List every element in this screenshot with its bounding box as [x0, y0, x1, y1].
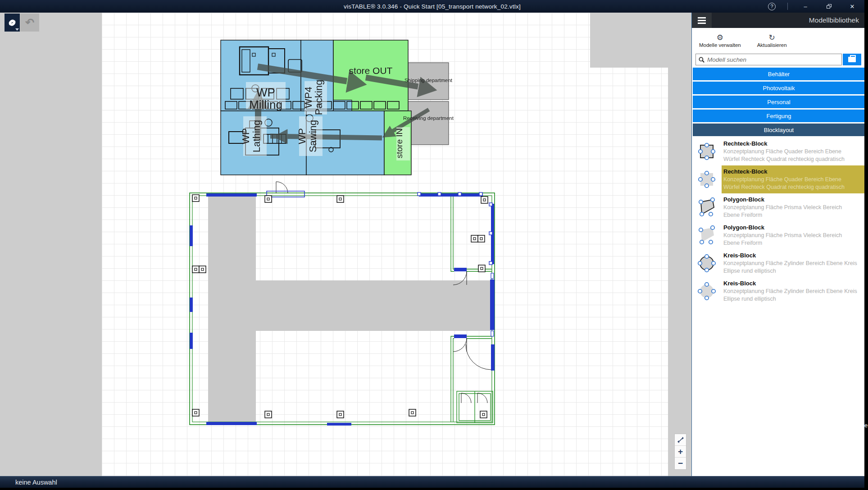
wp-packing-label-1: WP4 — [303, 87, 314, 108]
aisle-vertical — [208, 197, 256, 423]
receiving-department-label: Receiving department — [403, 115, 454, 121]
model-search-input[interactable]: Modell suchen — [695, 54, 842, 65]
shipping-department-label: Shipping department — [404, 78, 453, 83]
help-icon[interactable]: ? — [768, 3, 776, 10]
rect-block-flat-icon — [692, 165, 722, 193]
fit-view-icon — [677, 436, 684, 444]
category-behaelter[interactable]: Behälter — [693, 68, 865, 80]
layout-drawing: WP Milling WP4 Packing store OUT WP Lath… — [0, 13, 691, 476]
search-icon — [699, 57, 704, 63]
window-title: visTABLE® 3.0.346 - Quick Start [05_tran… — [344, 3, 521, 10]
floor-plan[interactable] — [190, 182, 495, 426]
block-layout-diagram[interactable]: WP Milling WP4 Packing store OUT WP Lath… — [221, 40, 454, 175]
search-placeholder: Modell suchen — [707, 56, 746, 63]
model-item-polygon-flat[interactable]: Polygon-Block Konzeptplanung Fläche Pris… — [692, 221, 865, 249]
model-library-panel: Modellbibliothek ⚙ Modelle verwalten ↻ A… — [691, 13, 864, 476]
vistable-window: visTABLE® 3.0.346 - Quick Start [05_tran… — [0, 0, 868, 490]
category-personal[interactable]: Personal — [693, 96, 865, 108]
category-list: Behälter Photovoltaik Personal Fertigung… — [693, 68, 865, 137]
gear-icon: ⚙ — [717, 34, 723, 42]
receiving-department-block[interactable] — [408, 101, 449, 145]
refresh-icon: ↻ — [768, 34, 775, 42]
model-list: Rechteck-Block Konzeptplanung Fläche Qua… — [692, 137, 865, 305]
undo-icon: ↶ — [25, 16, 34, 29]
close-button[interactable]: ✕ — [846, 1, 858, 11]
restore-button[interactable] — [823, 1, 835, 11]
hamburger-menu-button[interactable] — [692, 13, 712, 28]
drawing-canvas[interactable]: WP Milling WP4 Packing store OUT WP Lath… — [0, 13, 691, 476]
category-blocklayout[interactable]: Blocklayout — [693, 124, 865, 136]
edge-artifact: e — [864, 422, 868, 429]
model-item-kreis-outlined[interactable]: Kreis-Block Konzeptplanung Fläche Zylind… — [692, 249, 865, 277]
circle-block-outlined-icon — [692, 252, 722, 275]
app-menu-button[interactable] — [5, 14, 20, 32]
briefcase-icon — [848, 57, 856, 62]
titlebar-divider — [787, 3, 788, 10]
title-bar: visTABLE® 3.0.346 - Quick Start [05_tran… — [0, 0, 864, 13]
refresh-button[interactable]: ↻ Aktualisieren — [754, 33, 790, 49]
minimize-button[interactable]: – — [800, 1, 811, 11]
model-item-kreis-flat[interactable]: Kreis-Block Konzeptplanung Fläche Zylind… — [692, 277, 865, 305]
manage-models-button[interactable]: ⚙ Modelle verwalten — [696, 33, 744, 49]
model-item-polygon-outlined[interactable]: Polygon-Block Konzeptplanung Fläche Pris… — [692, 193, 865, 221]
wp-sawing-label-1: WP — [296, 128, 308, 144]
library-toolbar: ⚙ Modelle verwalten ↻ Aktualisieren — [692, 28, 864, 53]
right-edge-strip: e — [864, 0, 868, 490]
main-gate[interactable] — [490, 279, 495, 330]
model-item-rechteck-flat[interactable]: Rechteck-Block Konzeptplanung Fläche Qua… — [692, 165, 865, 193]
zoom-in-button[interactable]: + — [675, 446, 686, 458]
store-out-label: store OUT — [349, 65, 393, 76]
wp-packing-label-2: Packing — [313, 80, 324, 115]
status-bar: keine Auswahl — [0, 476, 864, 488]
zoom-out-button[interactable]: − — [675, 458, 686, 469]
wp-lathing-label-1: WP — [240, 128, 251, 144]
undo-button[interactable]: ↶ — [20, 14, 39, 32]
model-item-rechteck-outlined[interactable]: Rechteck-Block Konzeptplanung Fläche Qua… — [692, 137, 865, 165]
wp-lathing-label-2: Lathing — [251, 120, 262, 152]
store-in-label: store IN — [395, 128, 404, 159]
fit-view-button[interactable] — [675, 434, 686, 446]
category-photovoltaik[interactable]: Photovoltaik — [693, 82, 865, 94]
bottom-edge — [0, 488, 864, 490]
circle-block-flat-icon — [692, 280, 722, 302]
vistable-logo-icon — [6, 17, 18, 28]
wp-milling-label-1: WP — [256, 86, 275, 99]
selection-status: keine Auswahl — [15, 479, 57, 486]
polygon-block-outlined-icon — [692, 196, 722, 219]
aisle-horizontal — [256, 280, 491, 331]
library-folder-button[interactable] — [843, 54, 861, 65]
wp-milling-label-2: Milling — [249, 98, 282, 111]
restore-icon — [827, 4, 832, 9]
zoom-controls: + − — [674, 434, 686, 470]
rect-block-outlined-icon — [692, 140, 722, 163]
panel-title: Modellbibliothek — [712, 16, 864, 24]
chevron-down-icon — [15, 28, 19, 31]
model-library-header: Modellbibliothek — [692, 13, 864, 28]
wp-sawing-label-2: Sawing — [307, 120, 318, 152]
category-fertigung[interactable]: Fertigung — [693, 110, 865, 122]
polygon-block-flat-icon — [692, 224, 722, 247]
